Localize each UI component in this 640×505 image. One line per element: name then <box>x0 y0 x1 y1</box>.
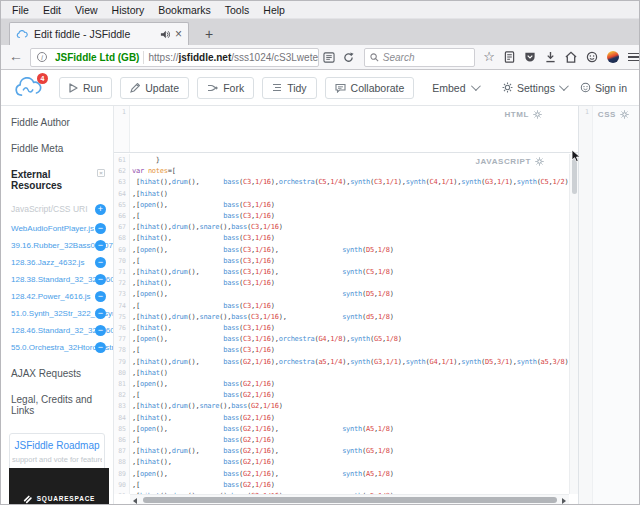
external-resource-link[interactable]: 51.0.Synth_32Str_322_32synstrings2− <box>1 305 113 322</box>
menu-file[interactable]: File <box>5 2 36 18</box>
sidebar-item-ajax-requests[interactable]: AJAX Requests <box>1 356 113 386</box>
css-panel-label: CSS <box>596 109 631 120</box>
add-resource-button[interactable]: + <box>95 204 106 215</box>
remove-resource-button[interactable]: − <box>95 274 106 285</box>
run-button[interactable]: Run <box>59 77 112 99</box>
home-icon[interactable] <box>565 51 577 63</box>
search-placeholder: Search <box>383 52 415 63</box>
settings-dropdown[interactable]: Settings <box>502 82 566 94</box>
hamburger-menu-icon[interactable] <box>628 51 639 64</box>
scroll-left-arrow-icon[interactable] <box>133 498 137 504</box>
js-settings-gear-icon[interactable] <box>535 157 544 166</box>
tab-close-icon[interactable]: × <box>175 29 182 39</box>
menu-bookmarks[interactable]: Bookmarks <box>151 2 218 18</box>
download-icon[interactable] <box>545 51 556 63</box>
menu-tools[interactable]: Tools <box>218 2 257 18</box>
pocket-icon[interactable] <box>524 51 536 63</box>
update-button[interactable]: Update <box>120 77 189 99</box>
firefox-account-icon[interactable] <box>607 51 619 63</box>
remove-resource-button[interactable]: − <box>95 291 106 302</box>
roadmap-subtitle: support and vote for features <box>12 455 102 464</box>
squarespace-logo-icon <box>23 494 33 504</box>
new-tab-button[interactable]: + <box>197 25 221 43</box>
feedback-smiley-icon[interactable] <box>586 51 598 63</box>
security-label[interactable]: JSFiddle Ltd (GB) <box>55 52 139 63</box>
back-button[interactable]: ← <box>1 48 30 66</box>
bookmark-star-icon[interactable]: ☆ <box>483 51 495 63</box>
notification-badge: 4 <box>37 73 48 84</box>
h-scrollbar-thumb[interactable] <box>143 497 557 503</box>
js-horizontal-scrollbar[interactable] <box>130 494 569 504</box>
html-settings-gear-icon[interactable] <box>533 110 542 119</box>
external-resource-link[interactable]: WebAudioFontPlayer.js− <box>1 220 113 237</box>
menu-edit[interactable]: Edit <box>36 2 68 18</box>
embed-label: Embed <box>432 82 465 94</box>
fork-icon <box>207 83 218 93</box>
tidy-icon <box>272 83 282 92</box>
remove-resource-button[interactable]: − <box>95 223 106 234</box>
gear-icon <box>502 82 513 93</box>
browser-tab[interactable]: Edit fiddle - JSFiddle × <box>9 22 189 45</box>
collaborate-button[interactable]: Collaborate <box>325 77 415 99</box>
external-resources-label: External Resources <box>11 169 62 191</box>
settings-label: Settings <box>517 82 555 94</box>
reload-icon[interactable] <box>343 52 354 63</box>
js-gutter: 6162636465666768697071727374757677787980… <box>114 154 130 494</box>
library-icon[interactable] <box>504 51 515 63</box>
squarespace-ad[interactable]: SQUARESPACE <box>9 468 109 504</box>
external-resource-link[interactable]: 128.36.Jazz_4632.js− <box>1 254 113 271</box>
remove-resource-button[interactable]: − <box>95 325 106 336</box>
css-panel[interactable]: 1 CSS <box>578 106 639 504</box>
remove-resource-button[interactable]: − <box>95 240 106 251</box>
external-resource-link[interactable]: 128.38.Standard_32_32_460.js− <box>1 271 113 288</box>
reader-mode-icon[interactable] <box>323 52 335 63</box>
embed-dropdown[interactable]: Embed <box>422 77 487 99</box>
sidebar-item-external-resources[interactable]: External Resources × <box>1 161 113 198</box>
tab-audio-icon[interactable] <box>160 30 170 39</box>
tab-bar: Edit fiddle - JSFiddle × + <box>1 19 639 45</box>
scroll-right-arrow-icon[interactable] <box>562 498 566 504</box>
js-vertical-scrollbar[interactable] <box>569 154 578 494</box>
html-panel[interactable]: 1 HTML <box>114 106 578 153</box>
search-icon <box>370 53 379 62</box>
editor-area: 1 HTML 1 CSS 616263646566676869707172737… <box>114 106 639 504</box>
main-area: Fiddle Author Fiddle Meta External Resou… <box>1 106 639 504</box>
css-settings-gear-icon[interactable] <box>620 110 629 119</box>
resource-uri-input[interactable]: JavaScript/CSS URI + <box>1 198 113 220</box>
external-resource-link[interactable]: 55.0.Orchestra_32Htorchestrah_46− <box>1 339 113 356</box>
menu-help[interactable]: Help <box>256 2 292 18</box>
js-code-editor[interactable]: }var notes=[ [hihat(),drum(), bass(C3,1/… <box>132 155 568 494</box>
signin-button[interactable]: Sign in <box>580 82 627 94</box>
mouse-cursor <box>571 149 582 163</box>
javascript-panel[interactable]: 6162636465666768697071727374757677787980… <box>114 154 578 504</box>
external-resource-link[interactable]: 39.16.Rubber_32Bass000079_46_4− <box>1 237 113 254</box>
roadmap-link[interactable]: JSFiddle Roadmap <box>12 440 102 451</box>
signin-label: Sign in <box>595 82 627 94</box>
javascript-label: JAVASCRIPT <box>476 157 532 166</box>
jsfiddle-logo[interactable]: 4 <box>13 77 45 99</box>
chevron-down-icon <box>559 81 569 91</box>
css-gutter: 1 <box>579 106 593 504</box>
url-text: https://jsfiddle.net/sss1024/cS3Lwete/2/ <box>148 52 318 63</box>
tidy-button[interactable]: Tidy <box>262 77 316 99</box>
sidebar-item-legal[interactable]: Legal, Credits and Links <box>1 386 113 423</box>
remove-resource-button[interactable]: − <box>95 257 106 268</box>
help-icon[interactable]: × <box>97 169 105 177</box>
fork-button[interactable]: Fork <box>197 77 254 99</box>
browser-window: File Edit View History Bookmarks Tools H… <box>0 0 640 505</box>
sidebar-item-fiddle-meta[interactable]: Fiddle Meta <box>1 135 113 161</box>
url-bar[interactable]: i JSFiddle Ltd (GB) https://jsfiddle.net… <box>30 48 319 67</box>
search-bar[interactable]: Search <box>364 48 476 67</box>
page-info-icon[interactable]: i <box>37 52 47 62</box>
sidebar-item-fiddle-author[interactable]: Fiddle Author <box>1 109 113 135</box>
remove-resource-button[interactable]: − <box>95 308 106 319</box>
menu-view[interactable]: View <box>68 2 105 18</box>
external-resource-link[interactable]: 128.42.Power_4616.js− <box>1 288 113 305</box>
external-resource-link[interactable]: 128.46.Standard_32_32_460.js− <box>1 322 113 339</box>
jsfiddle-favicon-icon <box>16 30 29 39</box>
menu-history[interactable]: History <box>105 2 152 18</box>
remove-resource-button[interactable]: − <box>95 342 106 353</box>
jsfiddle-header: 4 Run Update Fork Tidy Collaborate Embed <box>1 70 639 106</box>
navigation-bar: ← i JSFiddle Ltd (GB) https://jsfiddle.n… <box>1 45 639 70</box>
js-panel-label: JAVASCRIPT <box>474 156 547 167</box>
